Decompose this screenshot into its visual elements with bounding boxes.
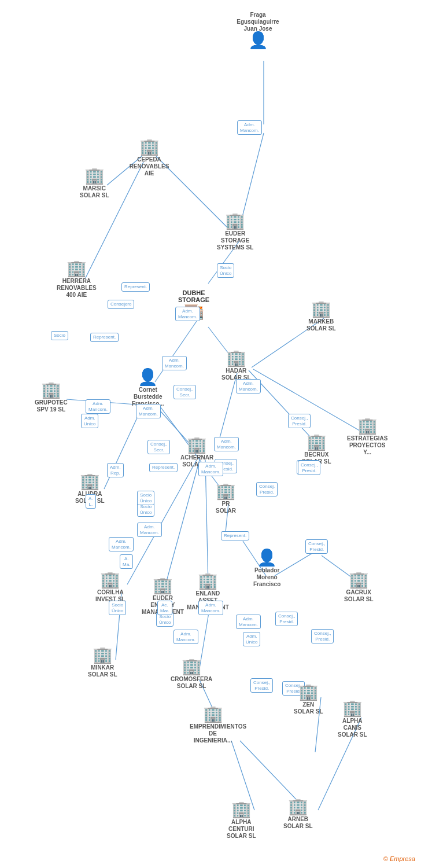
node-corilha[interactable]: 🏢 CORILHAINVEST SL: [95, 572, 125, 603]
diagram: Fraga Egusquiaguirre Juan Jose 👤 Adm.Man…: [0, 0, 421, 868]
badge-represent-achernar[interactable]: Represent.: [149, 463, 178, 472]
node-alpha-canis[interactable]: 🏢 ALPHACANISSOLAR SL: [338, 700, 367, 738]
badge-consej-presid-poblador[interactable]: Consej.,Presid.: [305, 539, 328, 554]
node-markeb[interactable]: 🏢 MARKEBSOLAR SL: [306, 301, 336, 332]
badge-adm-mancom-1[interactable]: Adm.Mancom.: [237, 120, 262, 135]
node-cepeda[interactable]: 🏢 CEPEDARENOVABLES AIE: [126, 139, 172, 177]
building-icon: 🏢: [288, 799, 308, 815]
building-icon: 🏢: [100, 572, 120, 588]
node-gacrux[interactable]: 🏢 GACRUXSOLAR SL: [344, 572, 374, 603]
svg-line-18: [205, 460, 208, 584]
building-icon: 🏢: [311, 301, 331, 317]
node-poblador[interactable]: 👤 PobladorMorenoFrancisco: [253, 550, 280, 588]
badge-al[interactable]: A.L.: [86, 494, 96, 509]
svg-line-17: [165, 460, 200, 587]
badge-adm-unico-right[interactable]: Adm.Unico: [243, 632, 260, 646]
badge-adm-mancom-dubhe[interactable]: Adm.Mancom.: [175, 307, 200, 321]
badge-consej-presid-gacrux2[interactable]: Consej.,Presid.: [311, 629, 334, 643]
node-grupotec[interactable]: 🏢 GRUPOTECSPV 19 SL: [35, 382, 68, 413]
badge-adm-mancom-grupotec[interactable]: Adm.Mancom.: [86, 399, 110, 414]
badge-consej-presid-gacrux[interactable]: Consej.,Presid.: [275, 612, 298, 626]
badge-consej-presid-zen[interactable]: Consej.,Presid.: [250, 678, 273, 693]
node-estrategias[interactable]: 🏢 ESTRATEGIASPROYECTOSY...: [347, 418, 387, 456]
badge-adm-mancom-hadar[interactable]: Adm.Mancom.: [236, 379, 261, 393]
building-icon: 🏢: [84, 168, 105, 184]
badge-adm-mancom-corilha[interactable]: Adm.Mancom.: [109, 537, 134, 551]
building-icon: 🏢: [231, 801, 252, 818]
badge-socio-unico-2[interactable]: SocioÚnico: [137, 491, 154, 505]
building-icon: 🏢: [203, 706, 223, 722]
node-marsic[interactable]: 🏢 MARSICSOLAR SL: [80, 168, 109, 199]
building-icon: 🏢: [139, 139, 160, 155]
badge-adm-mancom-achernar[interactable]: Adm.Mancom.: [214, 437, 239, 451]
copyright: © Empresa: [383, 855, 415, 862]
building-icon: 🏢: [216, 483, 236, 499]
building-icon: 🏢: [357, 418, 378, 434]
badge-adm-mancom-2[interactable]: Adm.Mancom.: [162, 356, 187, 370]
node-minkar[interactable]: 🏢 MINKARSOLAR SL: [88, 647, 117, 678]
svg-line-22: [231, 741, 254, 810]
building-icon: 🏢: [306, 434, 327, 450]
node-cromosfera[interactable]: 🏢 CROMOSFERASOLAR SL: [171, 659, 212, 690]
building-icon: 🏢: [182, 659, 202, 675]
badge-represent-1[interactable]: Represent.: [121, 282, 150, 292]
node-pr-solar[interactable]: 🏢 PRSOLAR: [216, 483, 236, 514]
node-fraga[interactable]: Fraga Egusquiaguirre Juan Jose 👤: [235, 10, 281, 49]
person-icon-poblador: 👤: [257, 550, 277, 566]
building-icon: 🏢: [67, 260, 87, 277]
badge-represent-2[interactable]: Represent.: [90, 333, 119, 342]
badge-adm-mancom-3[interactable]: Adm.Mancom.: [137, 523, 162, 537]
badge-consej-presid-becrux2[interactable]: Consej.,Presid.: [298, 461, 320, 475]
badge-adm-unico-1[interactable]: Adm.Unico: [81, 414, 98, 428]
badge-ama[interactable]: A.Ma.: [120, 554, 133, 569]
building-icon: 🏢: [349, 572, 369, 588]
badge-acmar[interactable]: Ac.Mar.: [157, 601, 172, 615]
node-zen[interactable]: 🏢 ZENSOLAR SL: [294, 684, 323, 715]
building-icon: 🏢: [41, 382, 61, 398]
node-cornet[interactable]: 👤 CornetBursteddeFrancisco...: [132, 369, 164, 407]
node-hadar[interactable]: 🏢 HADARSOLAR SL: [221, 350, 251, 381]
badge-consejero-1[interactable]: Consejero: [108, 300, 134, 309]
building-icon: 🏢: [80, 473, 100, 490]
building-icon: 🏢: [225, 213, 245, 229]
building-icon: 🏢: [298, 684, 319, 700]
badge-socio-unico-1[interactable]: SocioÚnico: [217, 263, 234, 278]
building-icon: 🏢: [187, 437, 207, 453]
badge-adm-mancom-enland2[interactable]: Adm.Mancom.: [173, 630, 198, 644]
badge-consej-secr-1[interactable]: Consej.,Secr.: [173, 385, 196, 399]
person-icon-cornet: 👤: [138, 369, 158, 385]
badge-adm-rep[interactable]: Adm.Rep.: [107, 463, 124, 477]
building-icon: 🏢: [226, 350, 246, 366]
badge-consej-presid-pr[interactable]: Consej.Presid.: [256, 482, 278, 496]
node-emprendimientos[interactable]: 🏢 EMPRENDIMIENTOSDEINGENIERIA...: [190, 706, 236, 744]
badge-adm-mancom-right[interactable]: Adm.Mancom.: [236, 615, 261, 629]
node-herrera[interactable]: 🏢 HERRERARENOVABLES400 AIE: [57, 260, 97, 299]
building-icon: 🏢: [153, 578, 173, 594]
badge-socio-1[interactable]: Socio: [51, 331, 68, 340]
building-icon: 🏢: [342, 700, 363, 716]
building-icon: 🏢: [198, 573, 218, 589]
node-euder-storage[interactable]: 🏢 EUDERSTORAGESYSTEMS SL: [217, 213, 253, 251]
node-arneb[interactable]: 🏢 ARNEBSOLAR SL: [283, 799, 313, 830]
person-icon: 👤: [248, 32, 268, 49]
badge-consej-presid-hadar[interactable]: Consej.,Presid.: [288, 414, 311, 428]
badge-adm-mancom-pr[interactable]: Adm.Mancom.: [198, 462, 223, 476]
building-icon: 🏢: [93, 647, 113, 663]
badge-adm-mancom-cornet[interactable]: Adm.Mancom.: [136, 404, 161, 418]
badge-socio-unico-corilha[interactable]: SocioÚnico: [109, 601, 126, 615]
node-alpha-centuri[interactable]: 🏢 ALPHACENTURISOLAR SL: [227, 801, 256, 840]
badge-adm-mancom-enland[interactable]: Adm.Mancom.: [198, 601, 223, 615]
badge-represent-poblador[interactable]: Represent.: [221, 531, 249, 540]
badge-consej-secr-2[interactable]: Consej.,Secr.: [147, 440, 170, 454]
